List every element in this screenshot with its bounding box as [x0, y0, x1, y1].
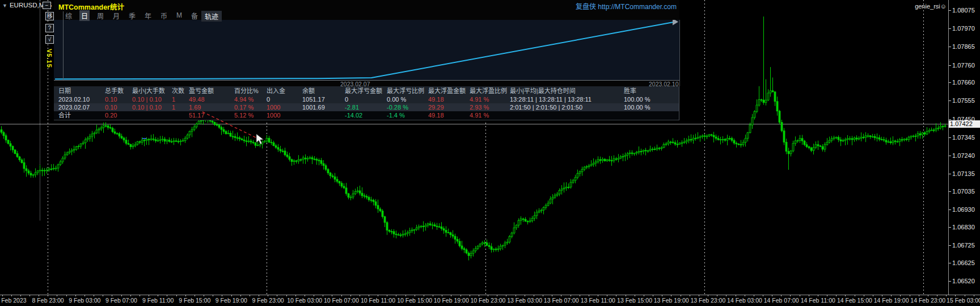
candle-body — [214, 122, 216, 124]
menu-item-年[interactable]: 年 — [143, 10, 153, 21]
candle-body — [586, 167, 588, 167]
candle-body — [75, 146, 77, 149]
menu-item-周[interactable]: 周 — [95, 10, 105, 21]
time-tick — [708, 295, 708, 296]
price-tick — [949, 281, 951, 282]
menu-item-日[interactable]: 日 — [79, 10, 90, 21]
candle-body — [189, 131, 191, 135]
time-tick — [222, 295, 222, 296]
time-axis-label: 13 Feb 11:00 — [581, 297, 615, 304]
time-tick — [635, 295, 635, 296]
candle-body — [155, 140, 157, 141]
candle-body — [820, 146, 821, 146]
time-tick — [94, 295, 94, 296]
price-axis-label: 1.07660 — [952, 79, 975, 86]
candle-body — [166, 140, 168, 141]
candle-body — [797, 141, 799, 141]
menu-item-备[interactable]: 备 — [189, 10, 200, 21]
candle-body — [241, 139, 243, 140]
candle-body — [738, 144, 740, 145]
brand-link[interactable]: 复盘侠 http://MTCommander.com — [576, 1, 677, 11]
candle-body — [420, 226, 422, 227]
table-cell: 1 — [172, 103, 189, 111]
candle-body — [915, 136, 916, 136]
table-cell: 1051.17 — [302, 95, 345, 103]
price-axis-label: 1.07345 — [952, 134, 975, 141]
candle-body — [754, 112, 755, 118]
candle-body — [477, 246, 479, 249]
price-axis-separator — [948, 0, 949, 295]
table-cell: 29.29 — [428, 103, 470, 111]
candle-body — [418, 227, 420, 228]
table-row[interactable]: 2023.02.070.100.10 | 0.1011.690.17 %1000… — [58, 103, 678, 111]
track-button[interactable]: 轨迹 — [201, 11, 222, 22]
col-header: 最小|大手数 — [132, 86, 172, 95]
candle-body — [668, 142, 669, 144]
candle-body — [563, 188, 565, 189]
candle-body — [30, 173, 32, 175]
candle-body — [357, 191, 358, 192]
col-header: 百分比% — [234, 86, 267, 95]
menu-item-季[interactable]: 季 — [127, 10, 137, 21]
menu-item-币[interactable]: 币 — [159, 10, 169, 21]
candle-body — [5, 136, 7, 140]
time-tick — [864, 295, 864, 296]
time-tick — [580, 295, 580, 296]
candle-body — [289, 157, 290, 160]
candle-body — [343, 186, 345, 188]
candle-body — [531, 219, 533, 221]
chevron-down-icon[interactable]: ▼ — [2, 3, 7, 9]
candle-body — [733, 140, 735, 143]
candle-body — [618, 158, 619, 160]
time-tick — [176, 295, 177, 296]
time-tick — [66, 295, 67, 296]
candle-body — [829, 140, 830, 142]
candle-body — [706, 136, 708, 137]
time-axis-label: 14 Feb 15:00 — [837, 297, 872, 304]
time-tick — [845, 295, 846, 296]
table-cell: 0.10 | 0.10 — [132, 103, 172, 111]
price-tick — [949, 28, 951, 29]
candle-body — [463, 249, 465, 250]
table-cell: 合计 — [58, 111, 105, 120]
check-button[interactable]: √ — [45, 35, 54, 44]
candle-body — [538, 211, 540, 212]
candle-body — [159, 140, 161, 140]
time-tick — [341, 295, 342, 296]
menu-item-月[interactable]: 月 — [111, 10, 121, 21]
candle-body — [103, 125, 104, 128]
candle-body — [327, 169, 329, 173]
candle-body — [114, 132, 116, 133]
table-cell: 1.69 — [189, 103, 234, 111]
time-tick — [552, 295, 552, 296]
time-tick — [360, 295, 360, 296]
candle-body — [937, 128, 939, 129]
candle-body — [286, 155, 288, 157]
time-tick — [231, 295, 232, 296]
candle-body — [64, 155, 66, 158]
candle-body — [200, 121, 202, 121]
candle-body — [157, 140, 159, 141]
menu-item-M[interactable]: M — [175, 11, 184, 20]
candle-body — [838, 137, 839, 140]
candle-body — [221, 127, 222, 129]
candle-body — [314, 159, 315, 160]
candle-body — [711, 135, 712, 135]
candle-body — [132, 146, 134, 147]
candle-body — [831, 139, 833, 140]
time-tick — [616, 295, 616, 296]
panel-minimize-button[interactable]: − — [43, 2, 51, 9]
time-tick — [121, 295, 122, 296]
time-tick — [387, 295, 387, 296]
candle-body — [350, 197, 352, 198]
help-button[interactable]: ? — [45, 24, 54, 32]
candle-body — [85, 140, 86, 143]
candle-body — [223, 129, 225, 132]
menu-item-综[interactable]: 综 — [64, 10, 74, 21]
move-button[interactable]: 移 — [45, 12, 54, 20]
candle-body — [398, 234, 399, 235]
candle-body — [457, 239, 458, 241]
time-tick — [873, 295, 873, 296]
table-row[interactable]: 2023.02.100.100.10 | 0.10149.484.94 %010… — [58, 95, 678, 103]
col-header: 余额 — [302, 86, 345, 95]
